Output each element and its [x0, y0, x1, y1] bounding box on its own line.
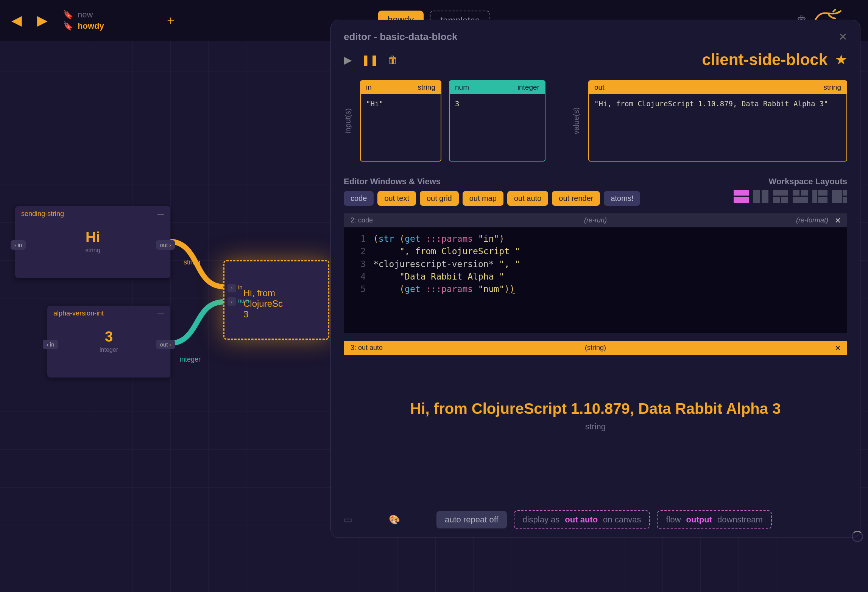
code-editor[interactable]: 1(str (get :::params "in") 2 ", from Clo…: [344, 227, 847, 333]
port-label: in: [50, 341, 55, 348]
input-box-in[interactable]: in string "Hi": [360, 80, 441, 162]
nav-back-icon[interactable]: ◀: [11, 12, 22, 28]
io-value: "Hi, from ClojureScript 1.10.879, Data R…: [589, 94, 846, 114]
port-in[interactable]: ›: [228, 284, 236, 292]
editor-title: editor - basic-data-block: [344, 31, 458, 43]
port-num[interactable]: ›: [228, 297, 236, 306]
layout-icon-3[interactable]: [773, 190, 788, 203]
pane-type: (string): [585, 344, 606, 352]
editor-panel: editor - basic-data-block ✕ ▶ ❚❚ 🗑 clien…: [330, 20, 860, 538]
node-title: alpha-version-int: [53, 309, 104, 317]
node-title: sending-string: [21, 210, 64, 218]
layout-icon-1[interactable]: [734, 190, 749, 203]
output-type: string: [359, 422, 832, 432]
tab-howdy[interactable]: 🔖 howdy: [63, 21, 104, 31]
svg-rect-5: [773, 190, 788, 196]
flow-type-label: integer: [180, 356, 201, 364]
port-in[interactable]: › in: [11, 240, 26, 250]
io-name: out: [594, 83, 604, 92]
view-btn-out-text[interactable]: out text: [377, 191, 416, 206]
svg-rect-6: [773, 197, 780, 203]
value: output: [686, 515, 712, 525]
label: flow: [666, 515, 681, 525]
svg-rect-12: [818, 190, 827, 196]
flow-selector[interactable]: flow output downstream: [657, 510, 771, 529]
window-icon[interactable]: ▭: [344, 514, 352, 525]
layout-icon-6[interactable]: [832, 190, 847, 203]
palette-icon[interactable]: 🎨: [389, 514, 400, 525]
svg-rect-11: [812, 190, 817, 203]
port-label: in: [238, 284, 243, 291]
tab-label: howdy: [78, 21, 104, 31]
tab-new[interactable]: 🔖 new: [63, 10, 104, 20]
node-output-preview: Hi, from ClojureSc: [243, 288, 309, 309]
spinner-icon: [852, 531, 863, 542]
svg-rect-15: [843, 190, 847, 196]
tab-label: new: [78, 10, 93, 20]
svg-rect-4: [762, 190, 768, 203]
rerun-button[interactable]: (re-run): [584, 216, 607, 224]
pane-title: 2: code: [351, 216, 373, 224]
minimize-icon[interactable]: —: [157, 210, 164, 218]
svg-rect-16: [843, 197, 847, 203]
code-pane: 2: code (re-run) (re-format) ✕ 1(str (ge…: [344, 213, 847, 333]
close-icon[interactable]: ✕: [835, 216, 841, 225]
output-text: Hi, from ClojureScript 1.10.879, Data Ra…: [359, 400, 832, 417]
svg-rect-13: [818, 197, 827, 203]
port-out[interactable]: out ›: [156, 240, 175, 250]
label: display as: [523, 515, 560, 525]
suffix: downstream: [717, 515, 763, 525]
block-name: client-side-block: [702, 51, 827, 69]
view-btn-out-grid[interactable]: out grid: [420, 191, 459, 206]
chevron-right-icon: ›: [231, 286, 232, 291]
layout-icon-2[interactable]: [753, 190, 768, 203]
layout-icon-4[interactable]: [793, 190, 808, 203]
close-icon[interactable]: ✕: [838, 31, 847, 43]
value: out auto: [565, 515, 598, 525]
svg-rect-14: [832, 190, 842, 203]
node-output-preview: 3: [243, 309, 309, 320]
line-number: 1: [351, 233, 366, 245]
svg-rect-1: [734, 190, 749, 196]
chevron-right-icon: ›: [169, 342, 171, 348]
display-as-selector[interactable]: display as out auto on canvas: [514, 510, 650, 529]
node-basic-data-block[interactable]: › in › num Hi, from ClojureSc 3: [223, 260, 329, 340]
port-label: out: [160, 242, 168, 248]
output-box[interactable]: out string "Hi, from ClojureScript 1.10.…: [588, 80, 847, 162]
view-btn-out-map[interactable]: out map: [463, 191, 503, 206]
pause-icon[interactable]: ❚❚: [361, 54, 379, 66]
play-icon[interactable]: ▶: [344, 54, 352, 66]
out-pane-header: 3: out auto (string) ✕: [344, 341, 847, 355]
close-icon[interactable]: ✕: [835, 343, 841, 353]
io-type: string: [824, 83, 841, 92]
chevron-right-icon: ›: [169, 242, 171, 248]
trash-icon[interactable]: 🗑: [388, 54, 398, 66]
inputs-label: input(s): [344, 80, 352, 162]
chevron-right-icon: ›: [47, 342, 48, 348]
view-btn-code[interactable]: code: [344, 191, 374, 206]
reformat-button[interactable]: (re-format): [796, 216, 828, 224]
auto-repeat-toggle[interactable]: auto repeat off: [436, 511, 507, 528]
node-sending-string[interactable]: sending-string — › in Hi string out ›: [15, 206, 170, 278]
line-number: 4: [351, 270, 366, 283]
add-tab-button[interactable]: ＋: [165, 12, 177, 29]
out-pane-body: Hi, from ClojureScript 1.10.879, Data Ra…: [344, 355, 847, 477]
io-value: "Hi": [361, 94, 441, 114]
star-icon[interactable]: ★: [835, 52, 847, 68]
node-type: integer: [55, 346, 163, 353]
svg-rect-7: [781, 197, 788, 203]
bookmark-icon: 🔖: [63, 21, 73, 31]
line-number: 2: [351, 245, 366, 258]
port-in[interactable]: › in: [43, 340, 58, 349]
view-btn-out-render[interactable]: out render: [552, 191, 600, 206]
view-btn-atoms[interactable]: atoms!: [604, 191, 640, 206]
nav-forward-icon[interactable]: ▶: [37, 12, 48, 28]
view-btn-out-auto[interactable]: out auto: [507, 191, 548, 206]
port-out[interactable]: out ›: [156, 340, 175, 349]
layout-icon-5[interactable]: [812, 190, 827, 203]
minimize-icon[interactable]: —: [157, 309, 164, 317]
input-box-num[interactable]: num integer 3: [449, 80, 545, 162]
io-name: num: [455, 83, 469, 92]
node-alpha-version-int[interactable]: alpha-version-int — › in 3 integer out ›: [47, 306, 170, 378]
svg-rect-2: [734, 197, 749, 203]
